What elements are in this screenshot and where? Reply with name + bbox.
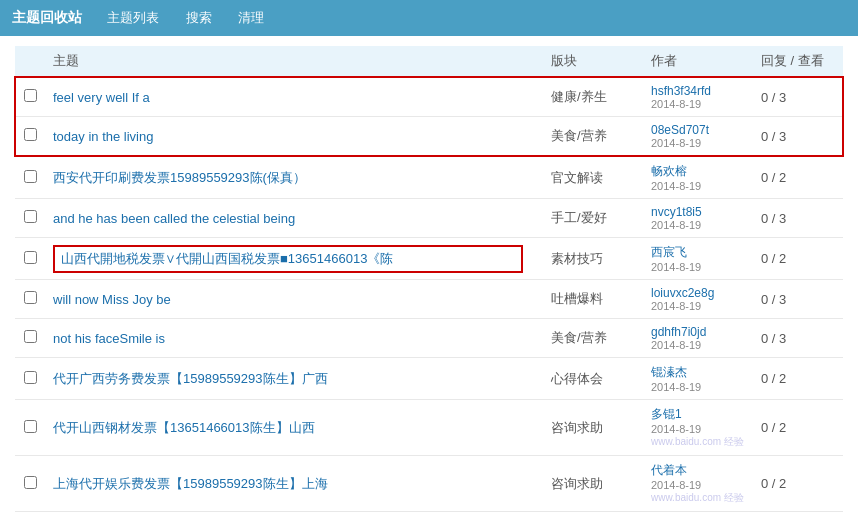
author-cell: hsfh3f34rfd 2014-8-19 [643,77,753,117]
table-row: 代开山西钢材发票【13651466013陈生】山西 咨询求助 多锟1 2014-… [15,400,843,456]
checkbox-cell[interactable] [15,280,45,319]
toolbar: 主题 版块 作者 回复 / 查看 feel very well If a 健康/… [14,46,844,512]
topic-link[interactable]: 代开山西钢材发票【13651466013陈生】山西 [53,420,315,435]
section-cell: 手工/爱好 [543,199,643,238]
author-cell: 08eSd707t 2014-8-19 [643,117,753,157]
topic-link[interactable]: 上海代开娱乐费发票【15989559293陈生】上海 [53,476,328,491]
author-name[interactable]: loiuvxc2e8g [651,286,745,300]
topic-link[interactable]: 西安代开印刷费发票15989559293陈(保真） [53,170,306,185]
checkbox-cell[interactable] [15,117,45,157]
reply-cell: 0 / 2 [753,456,843,512]
topic-link[interactable]: today in the living [53,129,153,144]
author-name[interactable]: nvcy1t8i5 [651,205,745,219]
reply-cell: 0 / 3 [753,117,843,157]
checkbox-cell[interactable] [15,199,45,238]
row-checkbox[interactable] [24,251,37,264]
row-checkbox[interactable] [24,170,37,183]
topic-cell: 山西代開地税发票∨代開山西国税发票■13651466013《陈 [45,238,543,280]
reply-cell: 0 / 2 [753,358,843,400]
tab-search[interactable]: 搜索 [176,7,222,29]
topic-link[interactable]: and he has been called the celestial bei… [53,211,295,226]
author-cell: 代着本 2014-8-19 www.baidu.com 经验 [643,456,753,512]
author-cell: loiuvxc2e8g 2014-8-19 [643,280,753,319]
author-date: 2014-8-19 [651,339,745,351]
section-cell: 美食/营养 [543,319,643,358]
author-date: 2014-8-19 [651,381,745,393]
author-cell: nvcy1t8i5 2014-8-19 [643,199,753,238]
section-cell: 咨询求助 [543,456,643,512]
section-cell: 心得体会 [543,358,643,400]
reply-cell: 0 / 3 [753,77,843,117]
row-checkbox[interactable] [24,128,37,141]
row-checkbox[interactable] [24,330,37,343]
row-checkbox[interactable] [24,89,37,102]
table-header-row: 主题 版块 作者 回复 / 查看 [15,46,843,77]
reply-cell: 0 / 2 [753,400,843,456]
table-row: 上海代开娱乐费发票【15989559293陈生】上海 咨询求助 代着本 2014… [15,456,843,512]
section-cell: 美食/营养 [543,117,643,157]
topic-cell: 代开山西钢材发票【13651466013陈生】山西 [45,400,543,456]
table-row: today in the living 美食/营养 08eSd707t 2014… [15,117,843,157]
reply-cell: 0 / 3 [753,280,843,319]
author-date: 2014-8-19 [651,98,745,110]
section-cell: 咨询求助 [543,400,643,456]
topic-cell: 西安代开印刷费发票15989559293陈(保真） [45,156,543,199]
row-checkbox[interactable] [24,210,37,223]
topic-link[interactable]: 山西代開地税发票∨代開山西国税发票■13651466013《陈 [61,251,393,266]
topic-link[interactable]: not his faceSmile is [53,331,165,346]
author-cell: 西宸飞 2014-8-19 [643,238,753,280]
topic-cell: will now Miss Joy be [45,280,543,319]
site-title: 主题回收站 [12,9,82,27]
col-topic: 主题 [45,46,543,77]
topic-link[interactable]: feel very well If a [53,90,150,105]
author-name[interactable]: 08eSd707t [651,123,745,137]
content-area: 主题 版块 作者 回复 / 查看 feel very well If a 健康/… [0,36,858,516]
table-row: and he has been called the celestial bei… [15,199,843,238]
author-name[interactable]: 锟溱杰 [651,364,745,381]
row-checkbox[interactable] [24,371,37,384]
col-author: 作者 [643,46,753,77]
table-row: 代开广西劳务费发票【15989559293陈生】广西 心得体会 锟溱杰 2014… [15,358,843,400]
topic-link[interactable]: will now Miss Joy be [53,292,171,307]
tab-topic-list[interactable]: 主题列表 [96,6,170,30]
author-date: 2014-8-19 [651,261,745,273]
author-name[interactable]: gdhfh7i0jd [651,325,745,339]
author-cell: 畅欢榕 2014-8-19 [643,156,753,199]
col-reply: 回复 / 查看 [753,46,843,77]
topic-link[interactable]: 代开广西劳务费发票【15989559293陈生】广西 [53,371,328,386]
row-checkbox[interactable] [24,291,37,304]
author-cell: 多锟1 2014-8-19 www.baidu.com 经验 [643,400,753,456]
author-date: 2014-8-19 [651,300,745,312]
topic-cell: today in the living [45,117,543,157]
table-row: feel very well If a 健康/养生 hsfh3f34rfd 20… [15,77,843,117]
checkbox-cell[interactable] [15,319,45,358]
checkbox-cell[interactable] [15,238,45,280]
author-name[interactable]: 畅欢榕 [651,163,745,180]
author-name[interactable]: 代着本 [651,462,745,479]
checkbox-cell[interactable] [15,156,45,199]
checkbox-cell[interactable] [15,358,45,400]
row-checkbox[interactable] [24,420,37,433]
section-cell: 素材技巧 [543,238,643,280]
author-name[interactable]: 多锟1 [651,406,745,423]
topic-cell: feel very well If a [45,77,543,117]
checkbox-cell[interactable] [15,456,45,512]
author-name[interactable]: hsfh3f34rfd [651,84,745,98]
section-cell: 官文解读 [543,156,643,199]
author-name[interactable]: 西宸飞 [651,244,745,261]
row-checkbox[interactable] [24,476,37,489]
reply-cell: 0 / 3 [753,319,843,358]
reply-cell: 0 / 2 [753,156,843,199]
col-checkbox [15,46,45,77]
table-row: 山西代開地税发票∨代開山西国税发票■13651466013《陈 素材技巧 西宸飞… [15,238,843,280]
author-date: 2014-8-19 [651,180,745,192]
section-cell: 吐槽爆料 [543,280,643,319]
section-cell: 健康/养生 [543,77,643,117]
tab-clean[interactable]: 清理 [228,7,274,29]
reply-cell: 0 / 2 [753,238,843,280]
checkbox-cell[interactable] [15,77,45,117]
author-date: 2014-8-19 [651,479,745,491]
table-row: will now Miss Joy be 吐槽爆料 loiuvxc2e8g 20… [15,280,843,319]
author-date: 2014-8-19 [651,219,745,231]
checkbox-cell[interactable] [15,400,45,456]
